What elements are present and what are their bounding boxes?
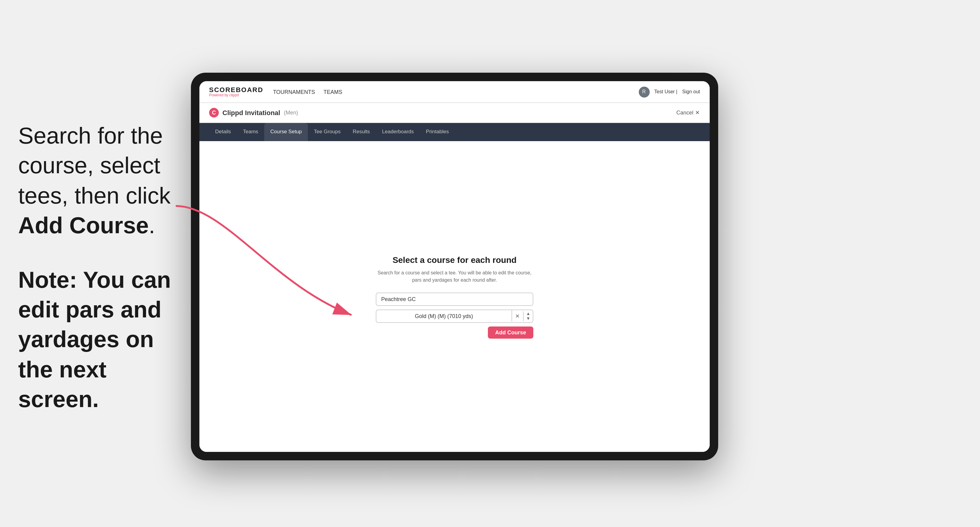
tab-details[interactable]: Details — [209, 123, 237, 141]
tournament-title-area: C Clippd Invitational (Men) — [209, 108, 298, 117]
sign-out-link[interactable]: Sign out — [682, 89, 700, 95]
tournament-icon: C — [209, 108, 219, 117]
logo-text: SCOREBOARD — [209, 87, 263, 93]
tournament-header: C Clippd Invitational (Men) Cancel ✕ — [199, 103, 710, 123]
tee-chevrons[interactable]: ▲ ▼ — [523, 310, 533, 322]
note-text: Note: You can edit pars and yardages on … — [18, 267, 171, 412]
tee-actions: ✕ ▲ ▼ — [512, 310, 533, 322]
tab-course-setup[interactable]: Course Setup — [264, 123, 308, 141]
course-search-input[interactable] — [376, 292, 533, 306]
add-course-row: Add Course — [376, 326, 533, 338]
nav-tournaments[interactable]: TOURNAMENTS — [273, 89, 315, 95]
logo-sub: Powered by clippd — [209, 93, 263, 97]
panel-description: Search for a course and select a tee. Yo… — [376, 269, 533, 284]
tee-up-chevron[interactable]: ▲ — [526, 311, 530, 316]
tournament-name: Clippd Invitational — [223, 109, 280, 116]
user-label: Test User | — [654, 89, 677, 95]
tee-selector-row: Gold (M) (M) (7010 yds) ✕ ▲ ▼ — [376, 309, 533, 322]
tab-tee-groups[interactable]: Tee Groups — [308, 123, 347, 141]
tab-bar: Details Teams Course Setup Tee Groups Re… — [199, 123, 710, 141]
tee-selected-value: Gold (M) (M) (7010 yds) — [376, 310, 512, 322]
add-course-bold: Add Course — [18, 213, 149, 238]
annotation-text: Search for the course, select tees, then… — [18, 121, 188, 439]
main-content: Select a course for each round Search fo… — [199, 141, 710, 452]
navbar: SCOREBOARD Powered by clippd TOURNAMENTS… — [199, 81, 710, 103]
navbar-left: SCOREBOARD Powered by clippd TOURNAMENTS… — [209, 87, 342, 97]
nav-teams[interactable]: TEAMS — [324, 89, 342, 95]
tournament-gender: (Men) — [284, 110, 298, 116]
cancel-button[interactable]: Cancel ✕ — [676, 110, 700, 116]
tee-clear-button[interactable]: ✕ — [512, 311, 523, 321]
navbar-right: R Test User | Sign out — [638, 86, 700, 97]
tablet-device: SCOREBOARD Powered by clippd TOURNAMENTS… — [191, 73, 718, 460]
user-avatar: R — [638, 86, 649, 97]
course-setup-panel: Select a course for each round Search fo… — [376, 255, 533, 338]
tab-teams[interactable]: Teams — [237, 123, 264, 141]
add-course-button[interactable]: Add Course — [488, 326, 533, 338]
tee-down-chevron[interactable]: ▼ — [526, 316, 530, 321]
panel-title: Select a course for each round — [376, 255, 533, 264]
nav-links: TOURNAMENTS TEAMS — [273, 89, 342, 95]
tablet-screen: SCOREBOARD Powered by clippd TOURNAMENTS… — [199, 81, 710, 452]
logo: SCOREBOARD Powered by clippd — [209, 87, 263, 97]
tab-printables[interactable]: Printables — [420, 123, 455, 141]
tab-results[interactable]: Results — [347, 123, 376, 141]
tab-leaderboards[interactable]: Leaderboards — [376, 123, 420, 141]
